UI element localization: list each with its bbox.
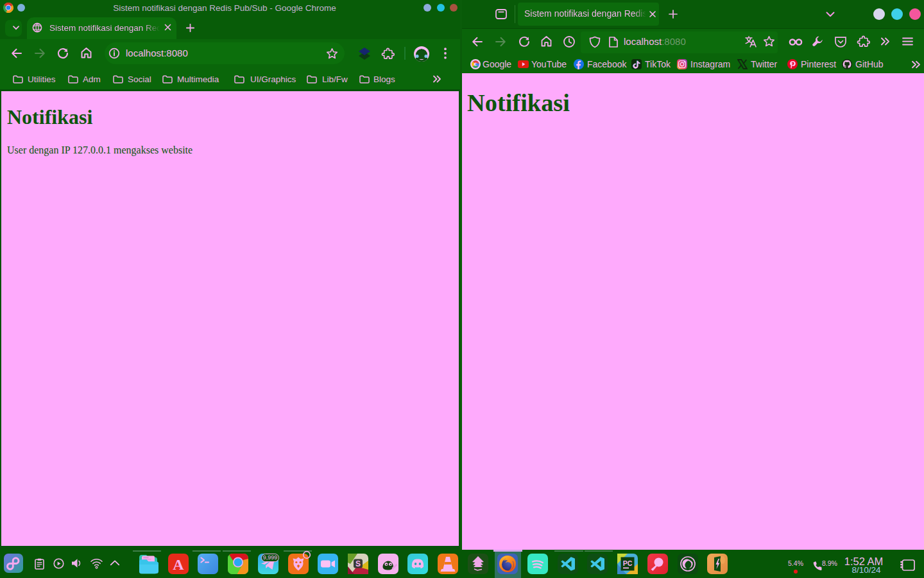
svg-text:PC: PC [623, 559, 633, 567]
svg-text:A: A [173, 556, 184, 573]
svg-text:S: S [355, 559, 361, 568]
